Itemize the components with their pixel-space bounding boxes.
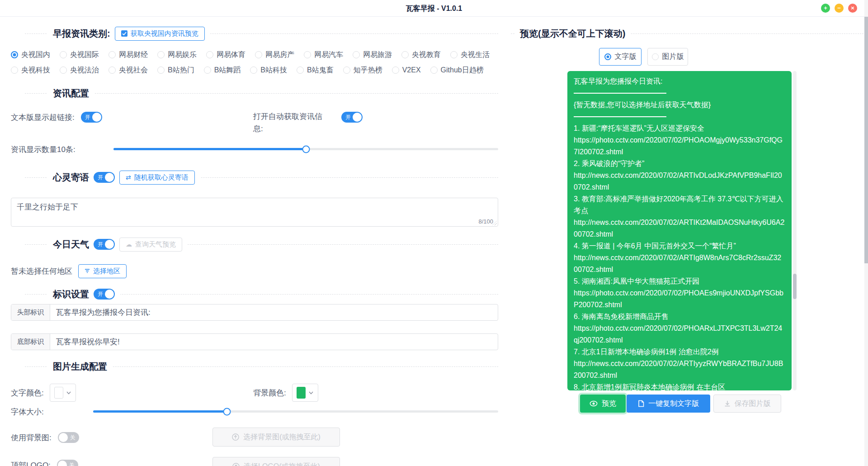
window-scrollbar-thumb[interactable] <box>864 17 868 263</box>
fontsize-slider-handle[interactable] <box>223 408 231 415</box>
preview-divider <box>574 111 785 123</box>
filter-icon <box>85 268 90 274</box>
copy-document-icon <box>638 400 644 407</box>
footer-mark-prefix: 底部标识 <box>11 334 50 350</box>
news-title: 5. 湖南湘西:凤凰中华大熊猫苑正式开园 <box>574 276 785 287</box>
count-slider[interactable] <box>113 148 498 150</box>
download-icon <box>724 400 731 407</box>
toggle-knob <box>105 290 114 299</box>
tab-image-version[interactable]: 图片版 <box>647 48 688 66</box>
category-option[interactable]: B站鬼畜 <box>297 66 334 75</box>
category-option[interactable]: 网易旅游 <box>353 50 392 60</box>
use-bg-label: 使用背景图: <box>11 433 52 443</box>
news-title: 8. 北京新增1例新冠肺炎本地确诊病例 在丰台区 <box>574 381 785 390</box>
preview-scrollbar[interactable] <box>793 71 797 390</box>
preview-button[interactable]: 预览 <box>580 395 626 413</box>
category-option[interactable]: 网易娱乐 <box>157 50 197 60</box>
category-option[interactable]: 网易体育 <box>206 50 245 60</box>
radio-icon <box>60 67 67 74</box>
fontsize-label-row: 字体大小: <box>11 405 44 418</box>
header-mark-input-group: 头部标识 瓦客早报为您播报今日资讯: <box>11 304 498 321</box>
category-option[interactable]: B站舞蹈 <box>204 66 241 75</box>
news-url: https://photo.cctv.com/2020/07/02/PHOARx… <box>574 323 785 346</box>
logo-toggle[interactable]: 关 <box>57 460 78 466</box>
bg-color-row: 背景颜色: <box>253 384 318 402</box>
category-option[interactable]: 知乎热榜 <box>343 66 382 75</box>
category-option[interactable]: 央视国内 <box>11 50 50 60</box>
minimize-button[interactable]: − <box>835 4 844 13</box>
weather-section-title: 今日天气 <box>53 238 89 251</box>
category-section-header: 早报资讯类别: 获取央视国内资讯预览 <box>25 26 498 41</box>
weather-toggle[interactable]: 开 <box>94 239 115 250</box>
text-color-swatch <box>54 387 63 399</box>
text-color-label: 文字颜色: <box>11 388 44 398</box>
category-option[interactable]: 央视法治 <box>60 66 99 75</box>
fontsize-label: 字体大小: <box>11 407 44 417</box>
copy-text-button[interactable]: 一键复制文字版 <box>627 395 710 413</box>
quote-toggle[interactable]: 开 <box>94 172 115 183</box>
footer-mark-input[interactable]: 瓦客早报祝你早安! <box>50 334 498 350</box>
radio-icon <box>204 67 211 74</box>
region-status: 暂未选择任何地区 <box>11 266 72 276</box>
category-option[interactable]: B站热门 <box>157 66 194 75</box>
radio-icon <box>450 51 458 58</box>
use-bg-toggle[interactable]: 关 <box>58 432 79 443</box>
divider <box>25 93 498 94</box>
preview-header-line: 瓦客早报为您播报今日资讯: <box>574 76 785 87</box>
marks-toggle[interactable]: 开 <box>94 289 115 300</box>
radio-icon <box>392 67 399 74</box>
category-option[interactable]: B站科技 <box>250 66 287 75</box>
hyperlink-toggle[interactable]: 开 <box>81 112 102 123</box>
category-option[interactable]: 网易房产 <box>255 50 294 60</box>
window-controls: + − × <box>821 4 857 13</box>
maximize-button[interactable]: + <box>821 4 830 13</box>
app-title: 瓦客早报 - V1.0.1 <box>0 4 868 14</box>
preview-section-header: 预览(显示不全可上下滚动) <box>511 26 863 41</box>
category-option[interactable]: 央视科技 <box>11 66 50 75</box>
random-quote-button[interactable]: ⇄ 随机获取心灵寄语 <box>119 171 195 185</box>
info-section-header: 资讯配置 <box>25 86 498 101</box>
upload-icon <box>232 433 239 441</box>
category-option[interactable]: 网易财经 <box>108 50 148 60</box>
tab-text-version[interactable]: 文字版 <box>599 48 642 66</box>
bg-color-label: 背景颜色: <box>253 388 286 398</box>
marks-section-title: 标识设置 <box>53 288 89 300</box>
text-color-row: 文字颜色: <box>11 384 76 402</box>
news-title: 4. 第一报道 | 今年6月 中国元首外交又一个“繁忙月” <box>574 240 785 252</box>
category-option[interactable]: 央视国际 <box>60 50 99 60</box>
category-section-title: 早报资讯类别: <box>53 28 110 40</box>
fontsize-slider[interactable] <box>93 410 498 413</box>
category-option[interactable]: 央视生活 <box>450 50 490 60</box>
header-mark-input[interactable]: 瓦客早报为您播报今日资讯: <box>50 304 498 320</box>
fetch-preview-button[interactable]: 获取央视国内资讯预览 <box>115 27 205 41</box>
count-label: 资讯显示数量10条: <box>11 144 75 155</box>
category-option[interactable]: 央视社会 <box>108 66 148 75</box>
weather-section-header: 今日天气 开 ☁ 查询天气预览 <box>25 237 498 252</box>
news-url: http://news.cctv.com/2020/07/02/ARTIyyzR… <box>574 358 785 381</box>
bg-color-select[interactable] <box>292 384 318 402</box>
close-button[interactable]: × <box>848 4 857 13</box>
save-image-button[interactable]: 保存图片版 <box>713 395 781 413</box>
category-option[interactable]: V2EX <box>392 66 421 74</box>
radio-icon <box>304 51 311 58</box>
select-bg-button[interactable]: 选择背景图(或拖拽至此) <box>212 428 340 447</box>
select-logo-button[interactable]: 选择LOGO(或拖拽至此) <box>212 457 340 466</box>
weather-query-button[interactable]: ☁ 查询天气预览 <box>119 238 182 252</box>
category-option[interactable]: 央视教育 <box>401 50 441 60</box>
image-section-header: 图片生成配置 <box>25 359 498 374</box>
quote-textarea[interactable]: 千里之行始于足下 8/100 <box>11 198 498 227</box>
count-label-row: 资讯显示数量10条: <box>11 143 75 156</box>
radio-icon <box>652 53 659 60</box>
select-region-button[interactable]: 选择地区 <box>78 264 127 278</box>
text-color-select[interactable] <box>50 384 76 402</box>
check-square-icon <box>121 30 127 37</box>
count-slider-handle[interactable] <box>302 145 310 153</box>
category-option[interactable]: Github日趋榜 <box>430 66 484 75</box>
region-row: 暂未选择任何地区 选择地区 <box>11 264 127 278</box>
window-scrollbar[interactable] <box>864 0 868 466</box>
preview-panel[interactable]: 瓦客早报为您播报今日资讯: {暂无数据,您可以选择地址后获取天气数据} 1. 新… <box>567 71 792 390</box>
autofetch-toggle[interactable]: 开 <box>341 112 363 123</box>
preview-scrollbar-thumb[interactable] <box>793 274 797 299</box>
radio-selected-icon <box>11 51 18 58</box>
category-option[interactable]: 网易汽车 <box>304 50 343 60</box>
